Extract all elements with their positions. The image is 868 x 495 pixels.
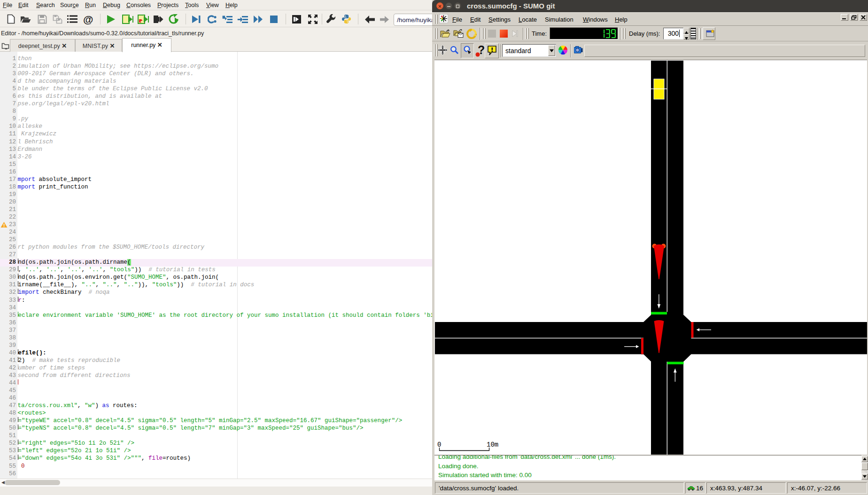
svg-text:10m: 10m [487, 441, 498, 448]
svg-text:0: 0 [437, 441, 441, 448]
